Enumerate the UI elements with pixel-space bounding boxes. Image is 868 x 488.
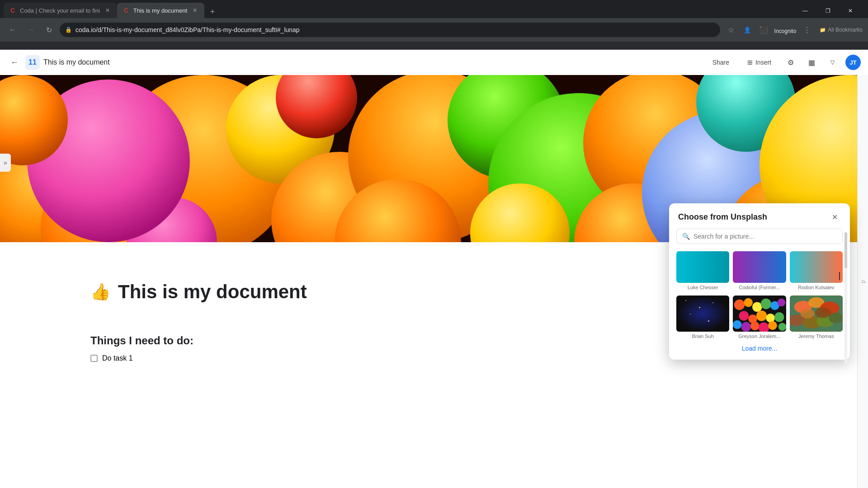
close-button[interactable]: ✕ — [840, 4, 861, 18]
photo-jeremy[interactable]: Jeremy Thomas — [790, 296, 843, 339]
search-icon: 🔍 — [682, 233, 690, 240]
bookmarks-icon: 📁 — [820, 27, 826, 33]
modal-scrollbar-thumb — [844, 232, 847, 268]
extensions-button[interactable]: ⬛ — [756, 23, 771, 37]
forward-button[interactable]: → — [24, 23, 38, 37]
incognito-label[interactable]: Incognito — [773, 25, 798, 35]
search-box: 🔍 — [676, 229, 843, 244]
browser-chrome: C Coda | Check your email to fini ✕ C Th… — [0, 0, 868, 50]
view-toggle-button[interactable]: ▦ — [804, 55, 819, 70]
doc-emoji: 👍 — [90, 282, 111, 301]
photo-author-brian: Brian Suh — [676, 333, 729, 339]
svg-point-22 — [744, 298, 753, 307]
modal-title: Choose from Unsplash — [678, 212, 767, 222]
svg-point-21 — [734, 300, 745, 310]
share-button[interactable]: Share — [706, 56, 736, 69]
doc-heading: 👍 This is my document — [90, 281, 732, 303]
tab-coda[interactable]: C Coda | Check your email to fini ✕ — [4, 3, 117, 18]
nav-bar: ← → ↻ 🔒 coda.io/d/This-is-my-document_d8… — [0, 18, 868, 42]
unsplash-modal: Choose from Unsplash ✕ 🔍 Luke Chesser Co… — [669, 203, 850, 360]
window-controls: — ❐ ✕ — [795, 4, 864, 18]
right-panel-icon[interactable]: p — [860, 280, 866, 283]
leaves-svg — [790, 296, 843, 332]
doc-main-title: This is my document — [118, 281, 307, 303]
svg-point-35 — [759, 323, 769, 332]
photo-rodion[interactable]: Rodion Kutsaiev — [790, 251, 843, 290]
minimize-button[interactable]: — — [795, 4, 816, 18]
modal-header: Choose from Unsplash ✕ — [669, 203, 850, 229]
svg-point-24 — [761, 299, 771, 309]
task-item: Do task 1 — [90, 354, 732, 362]
svg-point-23 — [752, 302, 762, 312]
sidebar-toggle-btn[interactable]: » — [0, 154, 11, 172]
tab-document[interactable]: C This is my document ✕ — [117, 3, 204, 18]
expand-button[interactable]: ▽ — [825, 55, 840, 70]
tab-title-document: This is my document — [133, 7, 187, 14]
candy-svg — [733, 296, 786, 332]
svg-point-34 — [750, 322, 760, 331]
more-button[interactable]: ⋮ — [800, 23, 814, 37]
photo-author-greyson: Greyson Joralem... — [733, 333, 786, 339]
tab-favicon-coda: C — [9, 7, 16, 14]
photo-thumb-codioful — [733, 251, 786, 283]
search-input[interactable] — [693, 233, 837, 240]
sidebar-toggle[interactable]: » — [0, 154, 11, 172]
settings-button[interactable]: ⚙ — [783, 55, 798, 70]
photo-brian[interactable]: Brian Suh — [676, 296, 729, 339]
photo-grid-row2: Brian Suh — [669, 296, 850, 339]
tab-close-document[interactable]: ✕ — [191, 6, 199, 14]
photo-greyson[interactable]: Greyson Joralem... — [733, 296, 786, 339]
back-button[interactable]: ← — [5, 23, 20, 37]
svg-point-31 — [774, 312, 784, 322]
settings-icon: ⚙ — [788, 58, 794, 67]
photo-thumb-greyson — [733, 296, 786, 332]
insert-button[interactable]: ⊞ Insert — [741, 56, 778, 69]
svg-point-46 — [800, 309, 814, 319]
photo-author-rodion: Rodion Kutsaiev — [790, 285, 843, 290]
tab-bar: C Coda | Check your email to fini ✕ C Th… — [0, 0, 868, 18]
nav-back-button[interactable]: ← — [7, 55, 22, 70]
address-text: coda.io/d/This-is-my-document_d84lv0ZibP… — [75, 26, 715, 33]
photo-author-codioful: Codioful (Former... — [733, 285, 786, 290]
lock-icon: 🔒 — [65, 27, 72, 33]
doc-title: This is my document — [43, 58, 110, 66]
profile-button[interactable]: 👤 — [740, 23, 755, 37]
grid-spacer — [669, 290, 850, 296]
reload-button[interactable]: ↻ — [42, 23, 56, 37]
new-tab-button[interactable]: + — [206, 5, 219, 18]
svg-point-32 — [733, 320, 742, 329]
address-bar[interactable]: 🔒 coda.io/d/This-is-my-document_d84lv0Zi… — [60, 23, 720, 37]
right-panel: p — [857, 75, 868, 488]
svg-point-36 — [769, 321, 778, 330]
photo-grid-row1: Luke Chesser Codioful (Former... Rodion … — [669, 251, 850, 290]
nav-actions: ☆ 👤 ⬛ Incognito ⋮ 📁 All Bookmarks — [724, 23, 863, 37]
svg-point-30 — [766, 314, 775, 323]
photo-codioful[interactable]: Codioful (Former... — [733, 251, 786, 290]
user-avatar[interactable]: JT — [845, 55, 861, 70]
header-actions: Share ⊞ Insert ⚙ ▦ ▽ JT — [706, 55, 861, 70]
grid-icon: ⊞ — [747, 59, 753, 66]
task-checkbox[interactable] — [90, 355, 98, 362]
modal-scrollbar[interactable] — [844, 232, 847, 363]
svg-point-27 — [739, 311, 749, 321]
task-label: Do task 1 — [102, 354, 133, 362]
tab-close-coda[interactable]: ✕ — [104, 6, 112, 14]
photo-thumb-brian — [676, 296, 729, 332]
load-more-button[interactable]: Load more... — [742, 345, 778, 352]
modal-close-button[interactable]: ✕ — [828, 211, 841, 223]
photo-luke[interactable]: Luke Chesser — [676, 251, 729, 290]
photo-thumb-rodion — [790, 251, 843, 283]
load-more: Load more... — [669, 344, 850, 352]
maximize-button[interactable]: ❐ — [817, 4, 838, 18]
tab-title-coda: Coda | Check your email to fini — [20, 7, 100, 14]
section-title: Things I need to do: — [90, 334, 732, 347]
tab-favicon-document: C — [123, 7, 130, 14]
bookmark-button[interactable]: ☆ — [724, 23, 738, 37]
view-icon: ▦ — [808, 58, 815, 67]
app-content: ← 11 This is my document Share ⊞ Insert … — [0, 50, 868, 488]
svg-point-33 — [741, 322, 751, 332]
app-header: ← 11 This is my document Share ⊞ Insert … — [0, 50, 868, 75]
bookmarks-bar: 📁 All Bookmarks — [820, 27, 863, 33]
spacer — [90, 321, 732, 334]
photo-thumb-luke — [676, 251, 729, 283]
